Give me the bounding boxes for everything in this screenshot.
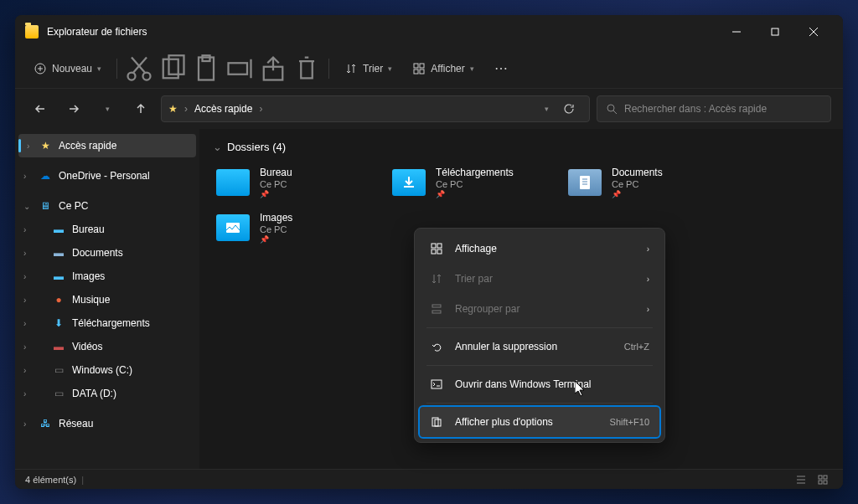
- paste-button[interactable]: [191, 55, 221, 82]
- folder-name: Bureau: [260, 167, 292, 178]
- up-button[interactable]: [127, 95, 154, 122]
- chevron-right-icon: ›: [23, 225, 26, 234]
- download-icon: ⬇: [52, 316, 65, 330]
- sidebar-item-network[interactable]: › 🖧 Réseau: [15, 412, 199, 435]
- sidebar-item-desktop[interactable]: › ▬ Bureau: [15, 218, 199, 241]
- forward-button[interactable]: [60, 95, 87, 122]
- downloads-icon: [392, 169, 426, 196]
- share-button[interactable]: [258, 55, 288, 82]
- images-icon: [216, 214, 250, 241]
- sort-button[interactable]: Trier ▾: [336, 55, 401, 82]
- maximize-button[interactable]: [756, 18, 794, 45]
- ctx-more-options[interactable]: Afficher plus d'options Shift+F10: [420, 407, 659, 437]
- details-view-button[interactable]: [791, 472, 811, 487]
- svg-point-7: [128, 72, 136, 80]
- sidebar-label: Téléchargements: [72, 317, 150, 329]
- breadcrumb[interactable]: ★ › Accès rapide › ▾: [161, 95, 590, 122]
- sidebar-label: Documents: [72, 247, 123, 259]
- sidebar-item-quick-access[interactable]: › ★ Accès rapide: [18, 134, 196, 157]
- chevron-right-icon: ›: [23, 296, 26, 305]
- chevron-down-icon: ▾: [388, 64, 392, 73]
- sidebar-label: Musique: [72, 294, 110, 306]
- video-icon: ▬: [52, 340, 65, 353]
- folder-name: Documents: [612, 167, 663, 178]
- ctx-terminal[interactable]: Ouvrir dans Windows Terminal: [420, 369, 659, 399]
- svg-rect-40: [432, 305, 441, 307]
- refresh-button[interactable]: [556, 103, 582, 115]
- folder-downloads[interactable]: Téléchargements Ce PC 📌: [389, 163, 531, 202]
- copy-button[interactable]: [158, 55, 188, 82]
- sidebar-item-music[interactable]: › ● Musique: [15, 288, 199, 311]
- group-icon: [430, 302, 443, 316]
- svg-rect-21: [420, 69, 424, 74]
- sidebar-item-videos[interactable]: › ▬ Vidéos: [15, 335, 199, 358]
- ctx-undo[interactable]: Annuler la suppression Ctrl+Z: [420, 332, 659, 362]
- sidebar-item-windows-c[interactable]: › ▭ Windows (C:): [15, 358, 199, 382]
- rename-button[interactable]: [225, 55, 255, 82]
- search-placeholder: Rechercher dans : Accès rapide: [624, 103, 767, 115]
- svg-rect-15: [229, 63, 248, 75]
- sidebar-item-data-d[interactable]: › ▭ DATA (D:): [15, 382, 199, 405]
- folder-icon: ▬: [52, 270, 65, 283]
- documents-icon: [568, 169, 602, 196]
- item-count: 4 élément(s): [25, 475, 76, 485]
- ctx-view[interactable]: Affichage ›: [420, 234, 659, 264]
- svg-rect-32: [819, 476, 822, 479]
- svg-rect-37: [437, 244, 442, 248]
- delete-button[interactable]: [292, 55, 322, 82]
- search-input[interactable]: Rechercher dans : Accès rapide: [597, 95, 831, 122]
- svg-rect-39: [437, 249, 442, 254]
- grid-icon: [430, 242, 443, 255]
- svg-rect-41: [432, 311, 441, 313]
- chevron-right-icon: ›: [23, 389, 26, 399]
- chevron-down-icon: ▾: [470, 64, 474, 73]
- close-button[interactable]: [794, 18, 833, 45]
- folder-documents[interactable]: Documents Ce PC 📌: [565, 163, 707, 202]
- back-button[interactable]: [27, 95, 54, 122]
- cloud-icon: ☁: [39, 169, 52, 183]
- sidebar-item-documents[interactable]: › ▬ Documents: [15, 241, 199, 265]
- thumbnails-view-button[interactable]: [813, 472, 833, 487]
- sort-label: Trier: [363, 63, 383, 75]
- cut-button[interactable]: [124, 55, 154, 82]
- sidebar-item-downloads[interactable]: › ⬇ Téléchargements: [15, 311, 199, 335]
- sidebar-label: Ce PC: [59, 200, 88, 212]
- folder-desktop[interactable]: Bureau Ce PC 📌: [213, 163, 355, 202]
- ctx-shortcut: Ctrl+Z: [624, 342, 649, 352]
- ctx-shortcut: Shift+F10: [610, 417, 649, 427]
- breadcrumb-location[interactable]: Accès rapide: [194, 103, 252, 115]
- folder-name: Téléchargements: [436, 167, 514, 178]
- recent-button[interactable]: ▾: [94, 95, 121, 122]
- chevron-right-icon: ›: [23, 366, 26, 375]
- svg-line-9: [133, 57, 147, 72]
- folder-location: Ce PC: [260, 179, 292, 189]
- more-button[interactable]: ⋯: [486, 55, 516, 82]
- new-button[interactable]: Nouveau ▾: [25, 55, 110, 82]
- chevron-right-icon: ›: [23, 272, 26, 281]
- ctx-sort-by[interactable]: Trier par ›: [420, 264, 659, 294]
- ctx-label: Ouvrir dans Windows Terminal: [455, 378, 649, 390]
- pin-icon: 📌: [260, 190, 292, 198]
- chevron-right-icon: ›: [23, 172, 26, 181]
- sidebar-item-this-pc[interactable]: ⌄ 🖥 Ce PC: [15, 194, 199, 218]
- svg-rect-20: [414, 69, 418, 74]
- svg-line-23: [613, 111, 617, 114]
- section-header[interactable]: ⌄ Dossiers (4): [213, 136, 830, 163]
- desktop-icon: [216, 169, 250, 196]
- sidebar-item-onedrive[interactable]: › ☁ OneDrive - Personal: [15, 164, 199, 188]
- chevron-down-icon: ⌄: [23, 202, 30, 211]
- minimize-button[interactable]: [717, 18, 756, 45]
- view-button[interactable]: Afficher ▾: [404, 55, 482, 82]
- chevron-right-icon: ›: [23, 342, 26, 352]
- sidebar-label: Bureau: [72, 224, 105, 235]
- music-icon: ●: [52, 293, 65, 306]
- sidebar-label: Réseau: [59, 418, 93, 429]
- chevron-down-icon[interactable]: ▾: [545, 105, 549, 113]
- titlebar: Explorateur de fichiers: [15, 15, 843, 49]
- folder-location: Ce PC: [260, 224, 292, 234]
- folder-images[interactable]: Images Ce PC 📌: [213, 208, 355, 247]
- ctx-group-by[interactable]: Regrouper par ›: [420, 294, 659, 324]
- folder-name: Images: [260, 212, 292, 224]
- chevron-right-icon: ›: [23, 249, 26, 258]
- sidebar-item-images[interactable]: › ▬ Images: [15, 265, 199, 288]
